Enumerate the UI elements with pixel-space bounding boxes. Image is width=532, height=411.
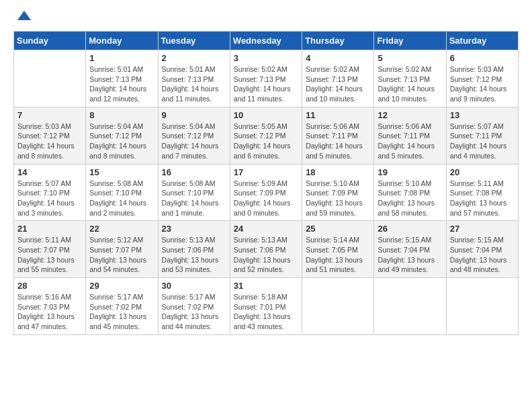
- calendar-cell: 9Sunrise: 5:04 AM Sunset: 7:12 PM Daylig…: [158, 107, 230, 164]
- calendar-cell: 29Sunrise: 5:17 AM Sunset: 7:02 PM Dayli…: [86, 278, 158, 335]
- calendar-week-row: 1Sunrise: 5:01 AM Sunset: 7:13 PM Daylig…: [14, 50, 519, 107]
- day-info: Sunrise: 5:05 AM Sunset: 7:12 PM Dayligh…: [234, 122, 298, 161]
- day-info: Sunrise: 5:08 AM Sunset: 7:10 PM Dayligh…: [89, 179, 154, 218]
- calendar-cell: 24Sunrise: 5:13 AM Sunset: 7:06 PM Dayli…: [230, 221, 302, 278]
- day-number: 28: [17, 281, 82, 291]
- calendar-day-header: Saturday: [446, 32, 518, 50]
- day-number: 19: [378, 167, 442, 177]
- calendar-cell: 21Sunrise: 5:11 AM Sunset: 7:07 PM Dayli…: [14, 221, 86, 278]
- calendar-week-row: 21Sunrise: 5:11 AM Sunset: 7:07 PM Dayli…: [14, 221, 519, 278]
- calendar-cell: 15Sunrise: 5:08 AM Sunset: 7:10 PM Dayli…: [86, 164, 158, 221]
- calendar-cell: 4Sunrise: 5:02 AM Sunset: 7:13 PM Daylig…: [302, 50, 374, 107]
- logo: [13, 13, 32, 24]
- calendar-day-header: Wednesday: [230, 32, 302, 50]
- day-number: 2: [162, 53, 226, 63]
- calendar-cell: 23Sunrise: 5:13 AM Sunset: 7:06 PM Dayli…: [158, 221, 230, 278]
- day-number: 12: [378, 110, 442, 120]
- calendar-cell: 1Sunrise: 5:01 AM Sunset: 7:13 PM Daylig…: [86, 50, 158, 107]
- calendar-cell: [446, 278, 518, 335]
- day-number: 9: [162, 110, 226, 120]
- calendar-day-header: Monday: [86, 32, 158, 50]
- day-info: Sunrise: 5:10 AM Sunset: 7:08 PM Dayligh…: [378, 179, 442, 218]
- page-header: [13, 13, 519, 24]
- day-number: 17: [234, 167, 298, 177]
- calendar-cell: 14Sunrise: 5:07 AM Sunset: 7:10 PM Dayli…: [14, 164, 86, 221]
- day-info: Sunrise: 5:18 AM Sunset: 7:01 PM Dayligh…: [234, 292, 298, 332]
- calendar-cell: [14, 50, 86, 107]
- day-info: Sunrise: 5:16 AM Sunset: 7:03 PM Dayligh…: [17, 292, 82, 332]
- calendar-week-row: 28Sunrise: 5:16 AM Sunset: 7:03 PM Dayli…: [14, 278, 519, 335]
- calendar-cell: 3Sunrise: 5:02 AM Sunset: 7:13 PM Daylig…: [230, 50, 302, 107]
- day-info: Sunrise: 5:17 AM Sunset: 7:02 PM Dayligh…: [162, 292, 226, 332]
- day-number: 6: [450, 53, 515, 63]
- day-info: Sunrise: 5:11 AM Sunset: 7:08 PM Dayligh…: [450, 179, 515, 218]
- day-info: Sunrise: 5:01 AM Sunset: 7:13 PM Dayligh…: [89, 64, 154, 104]
- day-number: 14: [17, 167, 82, 177]
- day-number: 30: [162, 281, 226, 291]
- day-number: 22: [89, 224, 154, 234]
- day-info: Sunrise: 5:02 AM Sunset: 7:13 PM Dayligh…: [234, 64, 298, 104]
- day-info: Sunrise: 5:03 AM Sunset: 7:12 PM Dayligh…: [17, 122, 82, 161]
- day-number: 27: [450, 224, 515, 234]
- calendar-week-row: 7Sunrise: 5:03 AM Sunset: 7:12 PM Daylig…: [14, 107, 519, 164]
- day-number: 29: [89, 281, 154, 291]
- day-number: 23: [162, 224, 226, 234]
- day-number: 24: [234, 224, 298, 234]
- day-number: 21: [17, 224, 82, 234]
- day-number: 31: [234, 281, 298, 291]
- day-number: 18: [306, 167, 370, 177]
- calendar-cell: [302, 278, 374, 335]
- calendar-cell: 25Sunrise: 5:14 AM Sunset: 7:05 PM Dayli…: [302, 221, 374, 278]
- day-number: 11: [306, 110, 370, 120]
- day-info: Sunrise: 5:13 AM Sunset: 7:06 PM Dayligh…: [162, 235, 226, 275]
- day-info: Sunrise: 5:09 AM Sunset: 7:09 PM Dayligh…: [234, 179, 298, 218]
- day-number: 10: [234, 110, 298, 120]
- calendar-table: SundayMondayTuesdayWednesdayThursdayFrid…: [13, 31, 519, 335]
- calendar-cell: 22Sunrise: 5:12 AM Sunset: 7:07 PM Dayli…: [86, 221, 158, 278]
- svg-marker-0: [17, 11, 31, 20]
- day-info: Sunrise: 5:14 AM Sunset: 7:05 PM Dayligh…: [306, 235, 370, 275]
- day-number: 1: [89, 53, 154, 63]
- day-number: 5: [378, 53, 442, 63]
- calendar-cell: 26Sunrise: 5:15 AM Sunset: 7:04 PM Dayli…: [374, 221, 446, 278]
- day-number: 26: [378, 224, 442, 234]
- day-info: Sunrise: 5:04 AM Sunset: 7:12 PM Dayligh…: [162, 122, 226, 161]
- day-number: 25: [306, 224, 370, 234]
- day-info: Sunrise: 5:07 AM Sunset: 7:11 PM Dayligh…: [450, 122, 515, 161]
- day-number: 20: [450, 167, 515, 177]
- calendar-cell: 16Sunrise: 5:08 AM Sunset: 7:10 PM Dayli…: [158, 164, 230, 221]
- calendar-cell: 17Sunrise: 5:09 AM Sunset: 7:09 PM Dayli…: [230, 164, 302, 221]
- calendar-cell: 19Sunrise: 5:10 AM Sunset: 7:08 PM Dayli…: [374, 164, 446, 221]
- calendar-cell: 6Sunrise: 5:03 AM Sunset: 7:12 PM Daylig…: [446, 50, 518, 107]
- calendar-cell: 5Sunrise: 5:02 AM Sunset: 7:13 PM Daylig…: [374, 50, 446, 107]
- calendar-day-header: Thursday: [302, 32, 374, 50]
- logo-icon: [16, 8, 32, 24]
- day-number: 13: [450, 110, 515, 120]
- day-number: 7: [17, 110, 82, 120]
- day-info: Sunrise: 5:15 AM Sunset: 7:04 PM Dayligh…: [378, 235, 442, 275]
- calendar-week-row: 14Sunrise: 5:07 AM Sunset: 7:10 PM Dayli…: [14, 164, 519, 221]
- calendar-day-header: Friday: [374, 32, 446, 50]
- day-info: Sunrise: 5:17 AM Sunset: 7:02 PM Dayligh…: [89, 292, 154, 332]
- calendar-cell: 12Sunrise: 5:06 AM Sunset: 7:11 PM Dayli…: [374, 107, 446, 164]
- day-info: Sunrise: 5:01 AM Sunset: 7:13 PM Dayligh…: [162, 64, 226, 104]
- calendar-cell: 20Sunrise: 5:11 AM Sunset: 7:08 PM Dayli…: [446, 164, 518, 221]
- day-info: Sunrise: 5:04 AM Sunset: 7:12 PM Dayligh…: [89, 122, 154, 161]
- day-info: Sunrise: 5:13 AM Sunset: 7:06 PM Dayligh…: [234, 235, 298, 275]
- calendar-cell: 18Sunrise: 5:10 AM Sunset: 7:09 PM Dayli…: [302, 164, 374, 221]
- calendar-cell: [374, 278, 446, 335]
- calendar-cell: 8Sunrise: 5:04 AM Sunset: 7:12 PM Daylig…: [86, 107, 158, 164]
- day-number: 3: [234, 53, 298, 63]
- calendar-cell: 30Sunrise: 5:17 AM Sunset: 7:02 PM Dayli…: [158, 278, 230, 335]
- day-info: Sunrise: 5:02 AM Sunset: 7:13 PM Dayligh…: [378, 64, 442, 104]
- day-info: Sunrise: 5:12 AM Sunset: 7:07 PM Dayligh…: [89, 235, 154, 275]
- calendar-cell: 11Sunrise: 5:06 AM Sunset: 7:11 PM Dayli…: [302, 107, 374, 164]
- day-number: 15: [89, 167, 154, 177]
- calendar-cell: 27Sunrise: 5:15 AM Sunset: 7:04 PM Dayli…: [446, 221, 518, 278]
- calendar-cell: 10Sunrise: 5:05 AM Sunset: 7:12 PM Dayli…: [230, 107, 302, 164]
- day-info: Sunrise: 5:06 AM Sunset: 7:11 PM Dayligh…: [306, 122, 370, 161]
- day-number: 16: [162, 167, 226, 177]
- day-number: 4: [306, 53, 370, 63]
- calendar-cell: 28Sunrise: 5:16 AM Sunset: 7:03 PM Dayli…: [14, 278, 86, 335]
- day-info: Sunrise: 5:06 AM Sunset: 7:11 PM Dayligh…: [378, 122, 442, 161]
